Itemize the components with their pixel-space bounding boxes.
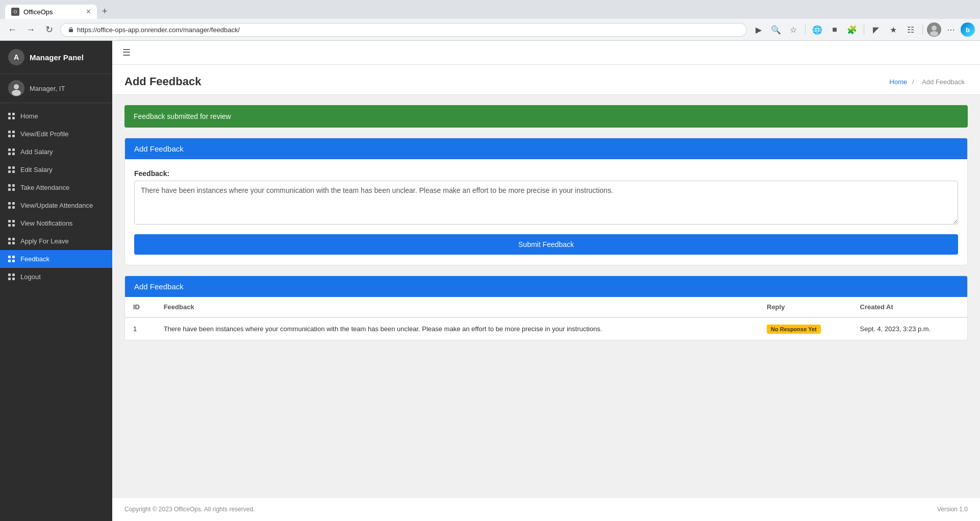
main-header: ☰ [112,41,980,65]
feedback-textarea[interactable]: There have been instances where your com… [134,181,958,225]
success-alert: Feedback submitted for review [124,105,968,128]
toolbar-separator [805,24,806,35]
favorites-star-button[interactable]: ★ [886,22,901,37]
feedback-table-card: Add Feedback ID Feedback Reply Created A… [124,276,968,340]
grid-icon [8,256,15,263]
add-feedback-form-card: Add Feedback Feedback: There have been i… [124,138,968,265]
tab-favicon: O [11,8,19,16]
breadcrumb-separator: / [912,78,914,86]
sidebar-logo: A [8,49,24,65]
grid-icon [8,148,15,156]
content-area: Feedback submitted for review Add Feedba… [112,95,980,497]
grid-icon [8,166,15,173]
address-bar[interactable]: https://office-ops-app.onrender.com/mana… [60,23,747,37]
sidebar-nav: Home View/Edit Profile Add Salary Edit S… [0,103,112,521]
immersive-reader-button[interactable]: ■ [827,22,842,37]
add-feedback-form-card-header: Add Feedback [125,138,967,159]
svg-point-6 [12,90,21,96]
browser-toolbar: ← → ↻ https://office-ops-app.onrender.co… [0,19,980,41]
split-screen-button[interactable]: ◤ [868,22,884,37]
sidebar-item-view-notifications[interactable]: View Notifications [0,214,112,232]
cell-feedback: There have been instances where your com… [156,317,759,340]
grid-icon [8,274,15,281]
collections-button[interactable]: ☷ [903,22,918,37]
grid-icon [8,202,15,209]
breadcrumb-home-link[interactable]: Home [890,78,908,86]
svg-point-2 [932,26,937,31]
sidebar-item-label: Add Salary [20,148,53,156]
no-response-badge: No Response Yet [767,325,821,334]
sidebar-item-label: Edit Salary [20,166,53,173]
sidebar-item-edit-salary[interactable]: Edit Salary [0,161,112,179]
sidebar-item-label: Apply For Leave [20,237,69,245]
tab-close-button[interactable]: × [86,8,91,16]
toolbar-actions: ▶ 🔍 ☆ 🌐 ■ 🧩 ◤ ★ ☷ ⋯ b [751,22,975,37]
page-title: Add Feedback [124,75,201,88]
sidebar-title: Manager Panel [30,53,84,62]
sidebar-header: A Manager Panel [0,41,112,74]
sidebar-item-label: View/Edit Profile [20,130,68,138]
toolbar-separator-3 [922,24,923,35]
feedback-table-card-header: Add Feedback [125,276,967,297]
col-id: ID [125,297,156,317]
refresh-button[interactable]: ↻ [42,22,56,37]
browser-tab[interactable]: O OfficeOps × [5,5,97,19]
footer-version: Version 1.0 [937,506,968,513]
page-header: Add Feedback Home / Add Feedback [112,65,980,95]
sidebar-item-label: View/Update Attendance [20,202,93,209]
feedback-table-wrapper: ID Feedback Reply Created At 1 There hav… [125,297,967,340]
sidebar-item-add-salary[interactable]: Add Salary [0,143,112,161]
breadcrumb: Home / Add Feedback [890,78,968,86]
sidebar-item-view-edit-profile[interactable]: View/Edit Profile [0,125,112,143]
feedback-form-group: Feedback: There have been instances wher… [134,169,958,226]
search-button[interactable]: 🔍 [768,22,784,37]
hamburger-menu-button[interactable]: ☰ [122,47,131,58]
col-reply: Reply [759,297,852,317]
edge-logo: b [961,22,975,37]
grid-icon [8,131,15,138]
sidebar-item-view-update-attendance[interactable]: View/Update Attendance [0,196,112,214]
sidebar-item-take-attendance[interactable]: Take Attendance [0,179,112,196]
sidebar-user: Manager, IT [0,74,112,103]
sidebar-item-apply-for-leave[interactable]: Apply For Leave [0,232,112,250]
svg-rect-0 [69,29,73,32]
breadcrumb-current: Add Feedback [922,78,965,86]
browser-essentials-button[interactable]: 🌐 [810,22,825,37]
favorites-button[interactable]: ☆ [786,22,801,37]
sidebar-item-logout[interactable]: Logout [0,268,112,286]
cell-created-at: Sept. 4, 2023, 3:23 p.m. [852,317,967,340]
svg-point-5 [14,84,19,89]
sidebar-item-label: Take Attendance [20,184,69,191]
sidebar-item-home[interactable]: Home [0,107,112,125]
submit-feedback-button[interactable]: Submit Feedback [134,234,958,255]
grid-icon [8,220,15,227]
alert-message: Feedback submitted for review [134,112,231,120]
more-options-button[interactable]: ⋯ [943,22,959,37]
new-tab-button[interactable]: + [98,4,112,19]
feedback-table-body: 1 There have been instances where your c… [125,317,967,340]
footer: Copyright © 2023 OfficeOps. All rights r… [112,497,980,521]
sidebar-item-label: Home [20,112,38,120]
extensions-button[interactable]: 🧩 [844,22,860,37]
add-feedback-form-card-body: Feedback: There have been instances wher… [125,159,967,265]
read-aloud-button[interactable]: ▶ [751,22,766,37]
col-created-at: Created At [852,297,967,317]
sidebar-item-label: Logout [20,273,41,281]
sidebar-item-label: View Notifications [20,219,72,227]
lock-icon [68,27,74,33]
grid-icon [8,238,15,245]
profile-avatar[interactable] [927,22,941,37]
back-button[interactable]: ← [5,22,19,37]
footer-copyright: Copyright © 2023 OfficeOps. All rights r… [124,506,255,513]
forward-button[interactable]: → [23,22,38,37]
sidebar-user-name: Manager, IT [30,85,65,92]
sidebar-item-feedback[interactable]: Feedback [0,250,112,268]
url-input[interactable] [77,26,739,34]
sidebar-item-label: Feedback [20,255,49,263]
grid-icon [8,113,15,120]
cell-id: 1 [125,317,156,340]
table-header: ID Feedback Reply Created At [125,297,967,317]
sidebar: A Manager Panel Manager, IT Home View/Ed… [0,41,112,521]
tab-title: OfficeOps [23,8,53,16]
avatar-image [927,22,941,37]
